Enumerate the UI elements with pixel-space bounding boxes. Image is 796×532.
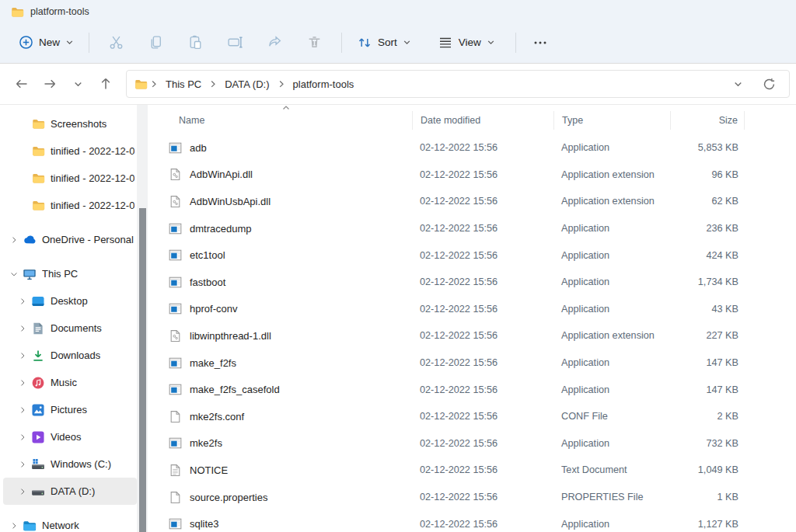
breadcrumb-segment-this-pc[interactable]: This PC xyxy=(160,78,207,90)
chevron-icon[interactable] xyxy=(16,172,29,185)
table-row[interactable]: fastboot 02-12-2022 15:56 Application 1,… xyxy=(148,269,796,296)
sidebar-item-downloads[interactable]: Downloads xyxy=(3,342,137,369)
back-button[interactable] xyxy=(8,71,36,97)
file-type-cell: Application xyxy=(553,250,670,261)
file-name-cell[interactable]: AdbWinApi.dll xyxy=(148,168,412,181)
new-button[interactable]: New xyxy=(11,29,82,56)
sidebar-item-documents[interactable]: Documents xyxy=(3,315,137,342)
chevron-icon[interactable] xyxy=(16,377,29,389)
chevron-icon[interactable] xyxy=(16,404,29,416)
column-header-type[interactable]: Type xyxy=(553,111,670,130)
sidebar-item-videos[interactable]: Videos xyxy=(3,423,137,450)
tab-platform-tools[interactable]: platform-tools xyxy=(9,2,97,22)
delete-button[interactable] xyxy=(295,28,334,57)
chevron-icon[interactable] xyxy=(8,268,20,280)
table-row[interactable]: hprof-conv 02-12-2022 15:56 Application … xyxy=(148,296,796,323)
refresh-button[interactable] xyxy=(758,73,780,95)
chevron-icon[interactable] xyxy=(16,145,29,158)
file-size-cell: 227 KB xyxy=(670,330,745,341)
column-header-date-modified[interactable]: Date modified xyxy=(412,111,553,130)
table-row[interactable]: sqlite3 02-12-2022 15:56 Application 1,1… xyxy=(148,510,796,532)
file-name-cell[interactable]: mke2fs.conf xyxy=(148,410,412,423)
scrollbar-thumb[interactable] xyxy=(139,208,146,532)
command-toolbar: New Sort View xyxy=(0,22,796,64)
file-name-cell[interactable]: make_f2fs xyxy=(148,356,412,370)
file-name-cell[interactable]: NOTICE xyxy=(148,464,412,477)
file-name-cell[interactable]: source.properties xyxy=(148,491,412,504)
file-name-cell[interactable]: make_f2fs_casefold xyxy=(148,383,412,396)
sidebar-item-tinified-2022-12-0[interactable]: tinified - 2022-12-0 xyxy=(3,165,137,192)
table-row[interactable]: source.properties 02-12-2022 15:56 PROPE… xyxy=(148,484,796,511)
table-row[interactable]: mke2fs.conf 02-12-2022 15:56 CONF File 2… xyxy=(148,403,796,430)
sidebar-item-onedrive-personal[interactable]: OneDrive - Personal xyxy=(3,226,137,253)
sort-button[interactable]: Sort xyxy=(349,29,419,57)
chevron-icon[interactable] xyxy=(16,485,29,498)
table-row[interactable]: make_f2fs_casefold 02-12-2022 15:56 Appl… xyxy=(148,376,796,403)
file-name-cell[interactable]: etc1tool xyxy=(148,249,412,262)
file-name-cell[interactable]: mke2fs xyxy=(148,436,412,450)
view-button[interactable]: View xyxy=(430,29,503,57)
column-header-row: Name Date modified Type Size xyxy=(148,106,796,134)
address-dropdown-button[interactable] xyxy=(728,75,747,93)
sidebar-item-screenshots[interactable]: Screenshots xyxy=(3,110,137,137)
chevron-icon[interactable] xyxy=(8,234,20,246)
sidebar-item-windows-c[interactable]: Windows (C:) xyxy=(3,450,137,478)
table-row[interactable]: adb 02-12-2022 15:56 Application 5,853 K… xyxy=(148,134,796,162)
sidebar-item-tinified-2022-12-0[interactable]: tinified - 2022-12-0 xyxy=(3,192,137,219)
rename-button[interactable] xyxy=(215,28,255,57)
table-row[interactable]: make_f2fs 02-12-2022 15:56 Application 1… xyxy=(148,349,796,377)
file-name-cell[interactable]: hprof-conv xyxy=(148,302,412,315)
file-name-cell[interactable]: libwinpthread-1.dll xyxy=(148,329,412,342)
file-list: Name Date modified Type Size adb 02-12-2… xyxy=(148,105,796,532)
file-name-cell[interactable]: fastboot xyxy=(148,276,412,289)
chevron-icon[interactable] xyxy=(16,118,29,130)
sidebar-item-tinified-2022-12-0[interactable]: tinified - 2022-12-0 xyxy=(3,137,137,165)
file-size-cell: 1,734 KB xyxy=(670,276,745,287)
file-name-cell[interactable]: dmtracedump xyxy=(148,222,412,235)
table-row[interactable]: AdbWinApi.dll 02-12-2022 15:56 Applicati… xyxy=(148,162,796,189)
see-more-button[interactable] xyxy=(523,29,557,57)
column-header-name[interactable]: Name xyxy=(148,111,412,130)
file-type-cell: Application xyxy=(553,276,670,287)
file-name-cell[interactable]: adb xyxy=(148,141,412,155)
music-icon xyxy=(31,376,45,390)
up-button[interactable] xyxy=(92,71,120,97)
sidebar-item-this-pc[interactable]: This PC xyxy=(3,260,137,287)
chevron-icon[interactable] xyxy=(16,200,29,212)
file-size-cell: 1,127 KB xyxy=(670,519,745,530)
column-header-size[interactable]: Size xyxy=(670,111,745,130)
file-name-cell[interactable]: sqlite3 xyxy=(148,517,412,530)
sidebar-item-desktop[interactable]: Desktop xyxy=(3,287,137,315)
sidebar-item-network[interactable]: Network xyxy=(3,512,137,532)
table-row[interactable]: mke2fs 02-12-2022 15:56 Application 732 … xyxy=(148,430,796,457)
file-name-cell[interactable]: AdbWinUsbApi.dll xyxy=(148,195,412,208)
sidebar-item-music[interactable]: Music xyxy=(3,369,137,396)
sidebar-item-pictures[interactable]: Pictures xyxy=(3,396,137,423)
breadcrumb[interactable]: This PCDATA (D:)platform-tools xyxy=(126,70,790,98)
table-row[interactable]: dmtracedump 02-12-2022 15:56 Application… xyxy=(148,215,796,242)
table-row[interactable]: NOTICE 02-12-2022 15:56 Text Document 1,… xyxy=(148,457,796,484)
table-row[interactable]: libwinpthread-1.dll 02-12-2022 15:56 App… xyxy=(148,322,796,349)
chevron-icon[interactable] xyxy=(16,322,29,335)
chevron-icon[interactable] xyxy=(8,520,20,532)
table-row[interactable]: etc1tool 02-12-2022 15:56 Application 42… xyxy=(148,242,796,269)
copy-button[interactable] xyxy=(136,28,176,57)
share-button[interactable] xyxy=(255,28,295,57)
chevron-icon[interactable] xyxy=(16,349,29,362)
chevron-icon[interactable] xyxy=(16,431,29,443)
cut-button[interactable] xyxy=(96,28,136,57)
recent-locations-button[interactable] xyxy=(64,71,92,97)
app-file-icon xyxy=(169,276,182,289)
paste-button[interactable] xyxy=(176,28,215,57)
chevron-icon[interactable] xyxy=(16,295,29,308)
file-name: libwinpthread-1.dll xyxy=(190,330,271,342)
breadcrumb-segment-platform-tools[interactable]: platform-tools xyxy=(288,78,360,90)
table-row[interactable]: AdbWinUsbApi.dll 02-12-2022 15:56 Applic… xyxy=(148,188,796,215)
breadcrumb-segment-data-d[interactable]: DATA (D:) xyxy=(219,78,274,90)
sidebar-item-data-d[interactable]: DATA (D:) xyxy=(3,478,137,505)
sidebar-scrollbar[interactable] xyxy=(137,105,148,532)
chevron-icon[interactable] xyxy=(16,458,29,471)
forward-button[interactable] xyxy=(36,71,64,97)
view-list-icon xyxy=(438,35,453,50)
app-file-icon xyxy=(169,141,182,155)
